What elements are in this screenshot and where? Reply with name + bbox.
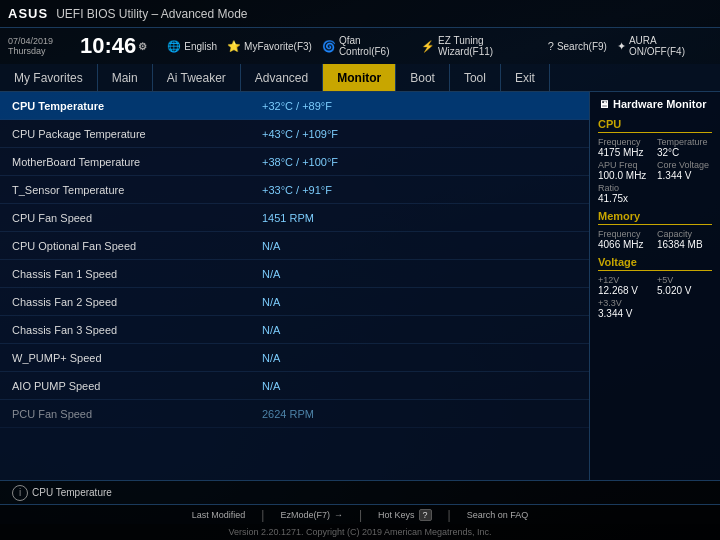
last-modified-label: Last Modified bbox=[192, 510, 246, 520]
ezmode-arrow-icon: → bbox=[334, 510, 343, 520]
info-bar: i CPU Temperature bbox=[0, 480, 720, 504]
row-label: W_PUMP+ Speed bbox=[0, 352, 250, 364]
language-label: English bbox=[184, 41, 217, 52]
last-modified-item: Last Modified bbox=[192, 510, 246, 520]
day-display: Thursday bbox=[8, 46, 68, 56]
row-value: 1451 RPM bbox=[250, 212, 589, 224]
ezmode-item[interactable]: EzMode(F7) → bbox=[280, 510, 343, 520]
aura-shortcut[interactable]: ✦ AURA ON/OFF(F4) bbox=[617, 35, 712, 57]
table-row[interactable]: AIO PUMP Speed N/A bbox=[0, 372, 589, 400]
hotkeys-item[interactable]: Hot Keys ? bbox=[378, 509, 432, 521]
nav-boot[interactable]: Boot bbox=[396, 64, 450, 91]
memory-grid: Frequency 4066 MHz Capacity 16384 MB bbox=[598, 229, 712, 250]
table-row[interactable]: CPU Optional Fan Speed N/A bbox=[0, 232, 589, 260]
cpu-temp-display: Temperature 32°C bbox=[657, 137, 712, 158]
search-faq-item[interactable]: Search on FAQ bbox=[467, 510, 529, 520]
row-value: N/A bbox=[250, 352, 589, 364]
content-area: CPU Temperature +32°C / +89°F CPU Packag… bbox=[0, 92, 720, 480]
ez-tuning-label: EZ Tuning Wizard(F11) bbox=[438, 35, 538, 57]
ez-tuning-shortcut[interactable]: ⚡ EZ Tuning Wizard(F11) bbox=[421, 35, 538, 57]
row-value: N/A bbox=[250, 240, 589, 252]
v5-display: +5V 5.020 V bbox=[657, 275, 712, 296]
search-icon: ? bbox=[548, 40, 554, 52]
row-label: Chassis Fan 3 Speed bbox=[0, 324, 250, 336]
info-icon: i bbox=[12, 485, 28, 501]
hotkeys-label: Hot Keys bbox=[378, 510, 415, 520]
asus-logo: ASUS bbox=[8, 6, 48, 21]
fan-icon: 🌀 bbox=[322, 40, 336, 53]
row-value: N/A bbox=[250, 380, 589, 392]
my-favorites-shortcut[interactable]: ⭐ MyFavorite(F3) bbox=[227, 40, 312, 53]
nav-tool[interactable]: Tool bbox=[450, 64, 501, 91]
monitor-table: CPU Temperature +32°C / +89°F CPU Packag… bbox=[0, 92, 590, 480]
nav-bar: My Favorites Main Ai Tweaker Advanced Mo… bbox=[0, 64, 720, 92]
qfan-control-shortcut[interactable]: 🌀 Qfan Control(F6) bbox=[322, 35, 411, 57]
table-row[interactable]: Chassis Fan 1 Speed N/A bbox=[0, 260, 589, 288]
nav-my-favorites[interactable]: My Favorites bbox=[0, 64, 98, 91]
row-label: CPU Fan Speed bbox=[0, 212, 250, 224]
table-row[interactable]: Chassis Fan 2 Speed N/A bbox=[0, 288, 589, 316]
row-value: N/A bbox=[250, 324, 589, 336]
table-row[interactable]: CPU Package Temperature +43°C / +109°F bbox=[0, 120, 589, 148]
tuning-icon: ⚡ bbox=[421, 40, 435, 53]
row-value: +38°C / +100°F bbox=[250, 156, 589, 168]
search-faq-label: Search on FAQ bbox=[467, 510, 529, 520]
row-label: AIO PUMP Speed bbox=[0, 380, 250, 392]
aura-icon: ✦ bbox=[617, 40, 626, 53]
date-section: 07/04/2019 Thursday bbox=[8, 36, 68, 56]
nav-exit[interactable]: Exit bbox=[501, 64, 550, 91]
table-row[interactable]: CPU Fan Speed 1451 RPM bbox=[0, 204, 589, 232]
time-gear-icon[interactable]: ⚙ bbox=[138, 41, 147, 52]
table-row[interactable]: T_Sensor Temperature +33°C / +91°F bbox=[0, 176, 589, 204]
mem-freq-display: Frequency 4066 MHz bbox=[598, 229, 653, 250]
sep2: | bbox=[359, 508, 362, 522]
table-row[interactable]: CPU Temperature +32°C / +89°F bbox=[0, 92, 589, 120]
nav-main[interactable]: Main bbox=[98, 64, 153, 91]
cpu-ratio-display: Ratio 41.75x bbox=[598, 183, 712, 204]
row-value: 2624 RPM bbox=[250, 408, 589, 420]
time-value: 10:46 bbox=[80, 33, 136, 59]
table-row[interactable]: Chassis Fan 3 Speed N/A bbox=[0, 316, 589, 344]
footer-nav: Last Modified | EzMode(F7) → | Hot Keys … bbox=[0, 504, 720, 524]
nav-advanced[interactable]: Advanced bbox=[241, 64, 323, 91]
row-value: +32°C / +89°F bbox=[250, 100, 589, 112]
favorites-label: MyFavorite(F3) bbox=[244, 41, 312, 52]
language-icon: 🌐 bbox=[167, 40, 181, 53]
hotkeys-key[interactable]: ? bbox=[419, 509, 432, 521]
voltage-grid: +12V 12.268 V +5V 5.020 V bbox=[598, 275, 712, 296]
row-label: Chassis Fan 2 Speed bbox=[0, 296, 250, 308]
table-row[interactable]: W_PUMP+ Speed N/A bbox=[0, 344, 589, 372]
date-display: 07/04/2019 bbox=[8, 36, 68, 46]
row-label: CPU Optional Fan Speed bbox=[0, 240, 250, 252]
cpu-voltage-display: Core Voltage 1.344 V bbox=[657, 160, 712, 181]
v12-display: +12V 12.268 V bbox=[598, 275, 653, 296]
top-icons-bar: 🌐 English ⭐ MyFavorite(F3) 🌀 Qfan Contro… bbox=[167, 35, 712, 57]
row-value: N/A bbox=[250, 268, 589, 280]
v33-display: +3.3V 3.344 V bbox=[598, 298, 712, 319]
monitor-icon: 🖥 bbox=[598, 98, 609, 110]
voltage-section-title: Voltage bbox=[598, 256, 712, 271]
row-label: CPU Temperature bbox=[0, 100, 250, 112]
row-value: +43°C / +109°F bbox=[250, 128, 589, 140]
hardware-monitor-panel: 🖥 Hardware Monitor CPU Frequency 4175 MH… bbox=[590, 92, 720, 480]
mem-cap-display: Capacity 16384 MB bbox=[657, 229, 712, 250]
row-label: PCU Fan Speed bbox=[0, 408, 250, 420]
search-label: Search(F9) bbox=[557, 41, 607, 52]
qfan-label: Qfan Control(F6) bbox=[339, 35, 411, 57]
favorites-icon: ⭐ bbox=[227, 40, 241, 53]
memory-section-title: Memory bbox=[598, 210, 712, 225]
ezmode-label: EzMode(F7) bbox=[280, 510, 330, 520]
cpu-section-title: CPU bbox=[598, 118, 712, 133]
nav-ai-tweaker[interactable]: Ai Tweaker bbox=[153, 64, 241, 91]
nav-monitor[interactable]: Monitor bbox=[323, 64, 396, 91]
language-selector[interactable]: 🌐 English bbox=[167, 40, 217, 53]
table-row[interactable]: MotherBoard Temperature +38°C / +100°F bbox=[0, 148, 589, 176]
sep3: | bbox=[448, 508, 451, 522]
copyright-text: Version 2.20.1271. Copyright (C) 2019 Am… bbox=[228, 527, 491, 537]
aura-label: AURA ON/OFF(F4) bbox=[629, 35, 712, 57]
row-label: T_Sensor Temperature bbox=[0, 184, 250, 196]
row-label: MotherBoard Temperature bbox=[0, 156, 250, 168]
table-row[interactable]: PCU Fan Speed 2624 RPM bbox=[0, 400, 589, 428]
search-shortcut[interactable]: ? Search(F9) bbox=[548, 40, 607, 52]
footer-copyright-bar: Version 2.20.1271. Copyright (C) 2019 Am… bbox=[0, 524, 720, 540]
